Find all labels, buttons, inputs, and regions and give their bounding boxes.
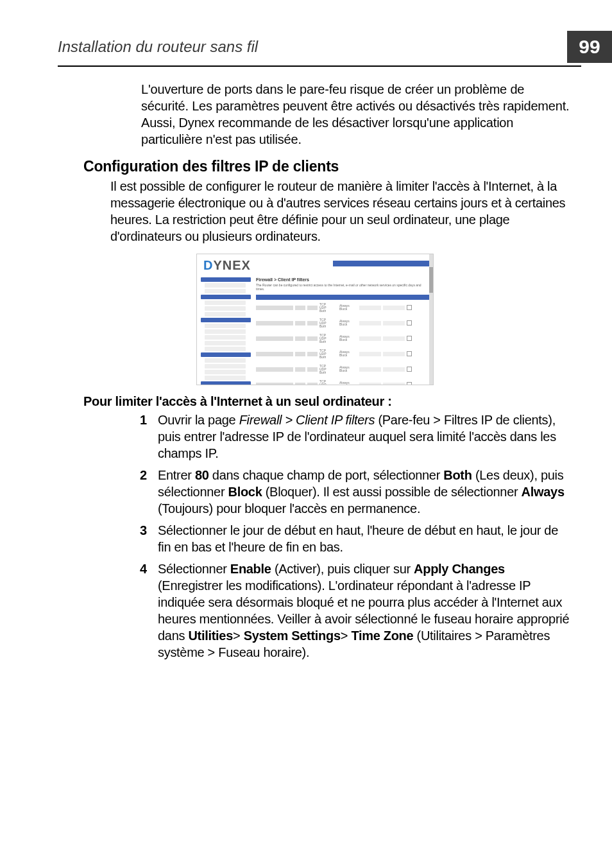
scrollbar-thumb [429,267,433,293]
port-field [295,306,305,310]
filter-row: TCPUDPBoth AlwaysBlock [256,315,429,331]
sidebar-item [205,335,246,340]
step-1: 1 Ouvrir la page Firewall > Client IP fi… [140,412,572,462]
sidebar-item [201,381,251,385]
ip-field [256,367,293,372]
text: Sélectionner [158,562,230,576]
ip-field [256,383,293,386]
type-radio-group: TCPUDPBoth [319,303,337,313]
section-heading: Configuration des filtres IP de clients [83,158,572,175]
port-field [307,383,318,386]
filter-row: TCPUDPBoth AlwaysBlock [256,377,429,385]
day-select [359,336,381,341]
enable-checkbox [407,382,412,385]
text: Ouvrir la page [158,413,239,427]
filter-row: TCPUDPBoth AlwaysBlock [256,346,429,361]
step-4: 4 Sélectionner Enable (Activer), puis cl… [140,560,572,661]
step-text: Sélectionner Enable (Activer), puis cliq… [158,560,572,661]
text: (Toujours) pour bloquer l'accès en perma… [158,501,420,516]
ui-path: Firewall > Client IP filters [239,413,375,427]
type-radio-group: TCPUDPBoth [319,380,337,386]
action-radio-group: AlwaysBlock [339,335,357,342]
action-radio-group: AlwaysBlock [339,381,357,385]
enable-checkbox [407,367,412,372]
filter-row: TCPUDPBoth AlwaysBlock [256,331,429,346]
action-radio-group: AlwaysBlock [339,351,357,357]
enable-checkbox [407,305,412,310]
panel-description: The Router can be configured to restrict… [256,284,429,291]
sidebar-item [201,318,251,322]
step-number: 1 [140,412,158,462]
time-select [383,367,405,372]
ip-field [256,306,293,310]
type-radio-group: TCPUDPBoth [319,318,337,328]
sidebar-item [205,358,246,363]
sidebar-item [205,300,246,305]
port-field [307,367,318,372]
day-select [359,352,381,356]
sidebar-item [205,306,246,311]
router-ui-screenshot: DYNEX Firewal [196,254,434,385]
panel-title: Firewall > Client IP filters [256,277,429,282]
main-panel: Firewall > Client IP filters The Router … [256,277,429,385]
ip-field [256,321,293,326]
time-select [383,383,405,386]
sidebar-nav [201,277,251,385]
ui-label: Utilities [188,629,233,643]
text: Entrer [158,468,195,482]
time-select [383,336,405,341]
time-select [383,321,405,326]
ui-label: Both [443,468,472,482]
sidebar-item [201,277,251,282]
sidebar-item [205,289,246,293]
top-nav-bar [333,261,429,266]
step-text: Ouvrir la page Firewall > Client IP filt… [158,412,572,462]
step-text: Sélectionner le jour de début en haut, l… [158,522,572,555]
procedure-heading: Pour limiter l'accès à l'Internet à un s… [83,394,572,409]
sidebar-item [205,283,246,288]
sidebar-item [201,295,251,299]
filter-row: TCPUDPBoth AlwaysBlock [256,300,429,315]
port-field [307,306,318,310]
day-select [359,367,381,372]
port-field [295,383,305,386]
day-select [359,383,381,386]
step-text: Entrer 80 dans chaque champ de port, sél… [158,467,572,517]
step-number: 3 [140,522,158,555]
sidebar-item [205,347,246,351]
sidebar-item [205,324,246,328]
ui-label: Always [522,485,565,499]
ordered-steps: 1 Ouvrir la page Firewall > Client IP fi… [140,412,572,661]
port-field [295,321,305,326]
sidebar-item [201,352,251,357]
sidebar-item [205,341,246,345]
enable-checkbox [407,336,412,341]
port-field [295,367,305,372]
day-select [359,321,381,326]
type-radio-group: TCPUDPBoth [319,365,337,374]
ip-field [256,336,293,341]
sidebar-item [205,312,246,317]
ui-label: Block [228,485,262,499]
page-content: L'ouverture de ports dans le pare-feu ri… [0,67,612,661]
text: (Bloquer). Il est aussi possible de séle… [262,485,521,499]
page-header: Installation du routeur sans fil 99 [58,31,581,67]
text: dans chaque champ de port, sélectionner [209,468,444,482]
port-field [307,336,318,341]
port-field [295,352,305,356]
table-header-bar [256,295,429,300]
port-field [307,352,318,356]
port-field [307,321,318,326]
type-radio-group: TCPUDPBoth [319,334,337,343]
text: > [341,629,352,643]
dynex-logo: DYNEX [203,258,251,273]
enable-checkbox [407,351,412,356]
time-select [383,352,405,356]
sidebar-item [205,370,246,374]
text: (Activer), puis cliquer sur [271,562,414,576]
day-select [359,306,381,310]
action-radio-group: AlwaysBlock [339,320,357,326]
text: > [233,629,244,643]
step-number: 2 [140,467,158,517]
sidebar-item [205,329,246,334]
